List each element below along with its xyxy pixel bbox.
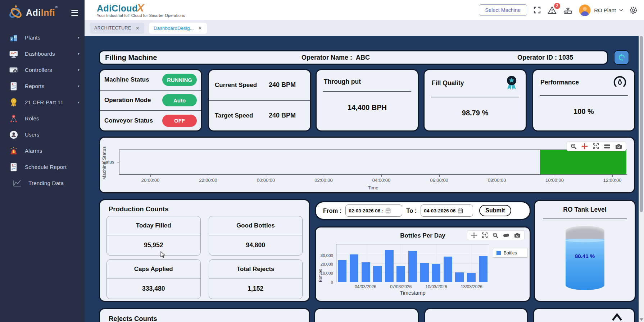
user-menu[interactable]: RO Plant (579, 4, 623, 16)
good-bottles-value: 94,800 (209, 235, 303, 255)
total-rejects-tile: Total Rejects 1,152 (209, 259, 303, 299)
settings-gear-icon[interactable] (629, 6, 638, 14)
bottles-bar[interactable] (420, 263, 429, 282)
pan-icon[interactable] (581, 143, 588, 150)
bottles-bar[interactable] (338, 260, 346, 282)
close-icon[interactable]: ✕ (136, 26, 140, 31)
plants-icon (9, 33, 19, 42)
sidebar-item-alarms[interactable]: Alarms (0, 143, 85, 159)
topbar: AdiCloudX Your Industrial IoT Cloud for … (85, 0, 644, 20)
bottles-bar[interactable] (467, 273, 476, 282)
sidebar-item-21-cfr-part-11[interactable]: 21 CFR Part 11 ▾ (0, 94, 85, 110)
sidebar-item-users[interactable]: Users (0, 126, 85, 143)
pan-icon[interactable] (471, 232, 477, 238)
camera-icon[interactable] (615, 143, 622, 149)
bottles-bar[interactable] (385, 250, 394, 282)
dashboards-icon (9, 49, 19, 59)
machine-status-timeline-chart: Machine Status status 20:00:0022:00:0000… (99, 137, 635, 193)
sidebar-item-plants[interactable]: Plants ▾ (0, 29, 85, 46)
to-date-input[interactable]: 04-03-2026 06 (421, 204, 473, 217)
status-badge: RUNNING (162, 74, 197, 86)
autoscale-icon[interactable] (482, 232, 488, 238)
bottles-bar[interactable] (444, 257, 452, 282)
scrollbar-thumb[interactable] (640, 36, 643, 212)
chevron-down-icon: ▾ (78, 84, 80, 88)
legend-label: Bottles (504, 250, 517, 256)
fullscreen-icon[interactable] (533, 6, 541, 14)
tabbar: ARCHITECTURE ✕ DashboardDesig... ✕ (85, 20, 644, 36)
tab-architecture[interactable]: ARCHITECTURE ✕ (90, 23, 144, 34)
bottles-plot-area[interactable] (336, 244, 489, 282)
bottom-card-3 (424, 308, 528, 322)
submit-button[interactable]: Submit (479, 205, 511, 216)
zoom-icon[interactable] (571, 143, 577, 150)
tab-label: DashboardDesig... (154, 26, 194, 31)
bottles-bar[interactable] (432, 264, 440, 282)
sidebar-logo: AdiInfi® (0, 0, 85, 24)
sidebar-item-label: Dashboards (25, 51, 55, 57)
eraser-icon[interactable] (503, 233, 509, 238)
today-filled-value: 95,952 (107, 235, 200, 255)
sidebar-item-label: Plants (25, 34, 41, 41)
close-icon[interactable]: ✕ (198, 26, 202, 31)
scrollbar-down-arrow[interactable] (640, 318, 643, 321)
autoscale-icon[interactable] (593, 143, 599, 150)
sidebar-item-roles[interactable]: Roles (0, 110, 85, 126)
gateway-device-icon[interactable] (563, 5, 573, 15)
select-machine-button[interactable]: Select Machine (479, 4, 527, 16)
certificate-medal-icon (9, 98, 19, 107)
axes-lines-icon[interactable] (604, 144, 611, 149)
mouse-cursor (160, 251, 166, 258)
trending-data-icon (12, 179, 22, 188)
ro-tank-value: 80.41 % (566, 253, 604, 259)
today-filled-tile: Today Filled 95,952 (106, 216, 201, 256)
bottles-bar[interactable] (455, 272, 464, 282)
bottles-bar[interactable] (362, 262, 370, 282)
ro-tank-level-card: RO Tank Level 80.41 % (534, 200, 636, 302)
sidebar-item-controllers[interactable]: Controllers ▾ (0, 62, 85, 78)
from-label: From : (323, 207, 341, 214)
bottles-x-tick: 13/03/2026 (461, 284, 482, 289)
timeline-plot-area[interactable]: status (119, 150, 627, 175)
operation-mode-row: Operation Mode Auto (100, 91, 201, 111)
sidebar-item-label: Schedule Report (25, 164, 67, 170)
sidebar-item-label: Roles (25, 115, 39, 121)
hamburger-menu-icon[interactable] (70, 8, 80, 17)
bottles-bar[interactable] (350, 254, 358, 282)
zoom-icon[interactable] (493, 233, 498, 238)
sidebar-item-schedule-report[interactable]: Schedule Report (0, 159, 85, 175)
throughput-value: 14,400 BPH (317, 104, 418, 112)
machine-status-row: Machine Status RUNNING (100, 70, 201, 91)
chevron-down-icon: ▾ (78, 52, 80, 56)
bottles-bar[interactable] (408, 251, 417, 282)
tab-dashboard-design[interactable]: DashboardDesig... ✕ (149, 23, 207, 34)
from-date-input[interactable]: 02-03-2026 06.: (345, 204, 402, 217)
bottles-legend[interactable]: Bottles (493, 248, 527, 258)
quality-medal-icon (505, 75, 518, 91)
refresh-button[interactable] (614, 50, 629, 65)
bottles-bars (336, 244, 489, 282)
speed-card: Current Speed 240 BPM Target Speed 240 B… (208, 69, 311, 132)
alarm-warning-icon[interactable]: 2 (547, 6, 557, 15)
dashboard-canvas: Filling Machine Operator Name :ABC Opera… (85, 36, 644, 322)
bottles-bar[interactable] (396, 266, 405, 282)
sidebar-item-reports[interactable]: Reports ▾ (0, 78, 85, 94)
users-icon (9, 130, 19, 139)
reports-icon (9, 82, 19, 91)
bottles-bar[interactable] (479, 256, 487, 282)
sidebar-item-label: Trending Data (28, 180, 64, 186)
timeline-x-tick: 06:00:00 (430, 178, 448, 183)
machine-title: Filling Machine (105, 54, 157, 62)
bottles-bar[interactable] (373, 266, 382, 282)
ro-tank-title: RO Tank Level (535, 206, 635, 213)
good-bottles-tile: Good Bottles 94,800 (209, 216, 303, 256)
rejects-counts-title: Rejects Counts (109, 315, 309, 322)
controllers-icon (9, 65, 19, 75)
vertical-scrollbar[interactable] (639, 36, 644, 322)
timeline-x-tick: 20:00:00 (141, 178, 160, 183)
performance-value: 100 % (533, 107, 634, 116)
sidebar-item-trending-data[interactable]: Trending Data (0, 175, 85, 191)
camera-icon[interactable] (514, 233, 521, 238)
total-rejects-value: 1,152 (209, 279, 303, 299)
sidebar-item-dashboards[interactable]: Dashboards ▾ (0, 46, 85, 62)
